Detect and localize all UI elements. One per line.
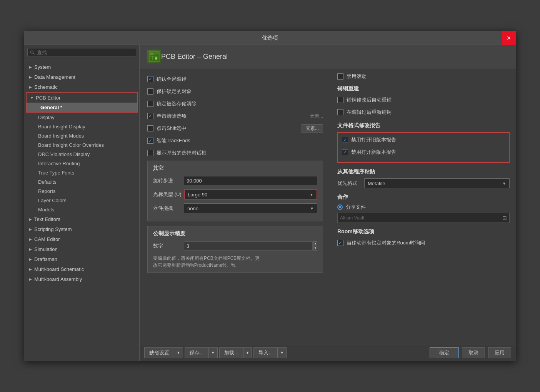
- bottom-right-buttons: 确定 取消 应用: [430, 347, 511, 358]
- dialog-title: 优选项: [262, 35, 278, 42]
- sidebar-item-cam-editor[interactable]: CAM Editor: [24, 234, 139, 244]
- disable-new-label: 禁用打开新版本报告: [351, 149, 396, 156]
- cursor-row: 光标类型 (U) Large 90 ▼: [153, 189, 317, 199]
- checkbox-copper-auto[interactable]: [337, 97, 343, 103]
- close-button[interactable]: ✕: [502, 31, 516, 45]
- sidebar-item-label: General *: [40, 105, 62, 110]
- metric-section: 公制显示精度 数字 ▲ ▼ 要编辑此值，请关闭所有PCB文档和PCB库文档。更改…: [147, 226, 323, 273]
- sidebar-item-data-management[interactable]: Data Management: [24, 72, 139, 82]
- disable-scroll-row: 禁用滚动: [337, 73, 510, 80]
- component-label: 器件拖拽: [153, 205, 184, 212]
- sidebar-item-label: Data Management: [34, 74, 75, 80]
- expand-icon: [27, 236, 33, 242]
- copper-re-pour-row: 在编辑过后重新铺铜: [337, 108, 510, 117]
- svg-point-7: [155, 57, 157, 60]
- sidebar-item-system[interactable]: System: [24, 62, 139, 72]
- rotate-input[interactable]: [184, 176, 317, 185]
- sidebar-item-label: Board Insight Display: [38, 124, 85, 130]
- load-button[interactable]: 加载...: [219, 347, 243, 358]
- sidebar-item-text-editors[interactable]: Text Editors: [24, 214, 139, 224]
- checkbox-disable-scroll[interactable]: [337, 73, 343, 80]
- digit-down-button[interactable]: ▼: [313, 246, 317, 251]
- import-dropdown-button[interactable]: ▼: [277, 347, 287, 358]
- search-wrap[interactable]: [27, 48, 136, 57]
- content-area: 确认全局编译 保护锁定的对象 确定被选存储清除 单击清除选项 元素...: [140, 68, 516, 344]
- checkbox-single-click[interactable]: [147, 113, 153, 119]
- search-input[interactable]: [37, 50, 133, 55]
- sidebar-item-defaults[interactable]: Defaults: [24, 177, 139, 186]
- sidebar-item-layer-colors[interactable]: Layer Colors: [24, 196, 139, 205]
- sidebar-item-simulation[interactable]: Simulation: [24, 244, 139, 254]
- sidebar-item-interactive-routing[interactable]: Interactive Routing: [24, 159, 139, 168]
- apply-button[interactable]: 应用: [488, 347, 511, 358]
- default-settings-dropdown-button[interactable]: ▼: [174, 347, 183, 358]
- checkbox-confirm-compile[interactable]: [147, 76, 153, 82]
- import-split-btn: 导入... ▼: [253, 347, 287, 358]
- right-panel: 禁用滚动 铺铜重建 铺铜修改后自动重铺 在编辑过后重新铺铜: [331, 68, 516, 344]
- sidebar-item-draftsman[interactable]: Draftsman: [24, 254, 139, 264]
- element-button-2[interactable]: 元素...: [302, 124, 323, 133]
- checkbox-show-popup[interactable]: [147, 150, 153, 156]
- sidebar-item-scripting-system[interactable]: Scripting System: [24, 224, 139, 234]
- default-settings-button[interactable]: 缺省设置: [144, 347, 174, 358]
- sidebar-item-display[interactable]: Display: [24, 113, 139, 122]
- expand-icon: [27, 216, 33, 222]
- save-button[interactable]: 保存...: [185, 347, 208, 358]
- expand-icon: [27, 246, 33, 252]
- component-value: none: [187, 206, 198, 211]
- sidebar-item-board-insight-modes[interactable]: Board Insight Modes: [24, 131, 139, 140]
- paste-format-label: 优先格式: [337, 180, 364, 187]
- checkbox-confirm-clear[interactable]: [147, 101, 153, 107]
- sidebar-item-reports[interactable]: Reports: [24, 186, 139, 196]
- sidebar-item-drc-violations[interactable]: DRC Violations Display: [24, 149, 139, 159]
- sidebar-item-label: True Type Fonts: [38, 170, 74, 176]
- cb-row-confirm-compile: 确认全局编译: [147, 75, 323, 84]
- sidebar-item-board-insight-color[interactable]: Board Insight Color Overrides: [24, 140, 139, 149]
- ok-button[interactable]: 确定: [430, 347, 459, 358]
- vault-icon: ⊡: [502, 215, 507, 221]
- cb-row-smart-track: 智能TrackEnds: [147, 136, 323, 145]
- checkbox-copper-re-pour[interactable]: [337, 109, 343, 115]
- disable-old-row: 禁用打开旧版本报告: [342, 135, 505, 145]
- sidebar-item-multi-board-schematic[interactable]: Multi-board Schematic: [24, 264, 139, 274]
- sidebar-item-label: Multi-board Assembly: [34, 276, 82, 282]
- share-files-label: 分享文件: [346, 204, 366, 211]
- sidebar-item-general[interactable]: General *: [27, 103, 137, 112]
- digit-row: 数字 ▲ ▼: [153, 241, 317, 251]
- save-dropdown-button[interactable]: ▼: [208, 347, 218, 358]
- checkbox-protect-locked[interactable]: [147, 88, 153, 95]
- checkbox-disable-old[interactable]: [342, 137, 348, 143]
- import-button[interactable]: 导入...: [253, 347, 277, 358]
- checkbox-disable-new[interactable]: [342, 149, 348, 155]
- label-shift-select: 点击Shift选中: [157, 125, 187, 132]
- expand-icon: [29, 95, 35, 101]
- component-dropdown[interactable]: none ▼: [184, 203, 317, 213]
- digit-input[interactable]: [184, 241, 313, 251]
- sidebar-item-schematic[interactable]: Schematic: [24, 82, 139, 92]
- label-show-popup: 显示弹出的选择对话框: [157, 149, 207, 156]
- sidebar-item-multi-board-assembly[interactable]: Multi-board Assembly: [24, 274, 139, 284]
- bottom-bar: 缺省设置 ▼ 保存... ▼ 加载... ▼ 导入... ▼: [140, 344, 516, 361]
- sidebar-item-true-type-fonts[interactable]: True Type Fonts: [24, 168, 139, 177]
- expand-icon: [27, 64, 33, 70]
- preferences-dialog: 优选项 ✕ System: [24, 31, 516, 361]
- load-dropdown-button[interactable]: ▼: [243, 347, 252, 358]
- paste-title: 从其他程序粘贴: [337, 168, 510, 175]
- other-section-title: 其它: [153, 165, 317, 172]
- sidebar-item-models[interactable]: Models: [24, 205, 139, 214]
- checkbox-shift-select[interactable]: [147, 125, 153, 131]
- checkbox-smart-track[interactable]: [147, 138, 153, 144]
- cursor-dropdown[interactable]: Large 90 ▼: [184, 189, 317, 199]
- file-format-section: 文件格式修改报告 禁用打开旧版本报告 禁用打开新版本报告: [337, 122, 510, 163]
- sidebar-item-pcb-editor[interactable]: PCB Editor: [27, 93, 137, 103]
- sidebar-item-board-insight-display[interactable]: Board Insight Display: [24, 122, 139, 131]
- disable-old-label: 禁用打开旧版本报告: [351, 136, 396, 143]
- paste-format-dropdown[interactable]: Metafile ▼: [364, 178, 510, 188]
- digit-up-button[interactable]: ▲: [313, 241, 317, 246]
- checkbox-room[interactable]: [337, 240, 343, 246]
- paste-dropdown-wrap: Metafile ▼: [364, 178, 510, 188]
- cancel-button[interactable]: 取消: [462, 347, 485, 358]
- expand-icon: [27, 266, 33, 272]
- radio-share-files[interactable]: [337, 204, 343, 210]
- main-content: PCB Editor – General 确认全局编译 保护锁定的对象: [140, 45, 516, 361]
